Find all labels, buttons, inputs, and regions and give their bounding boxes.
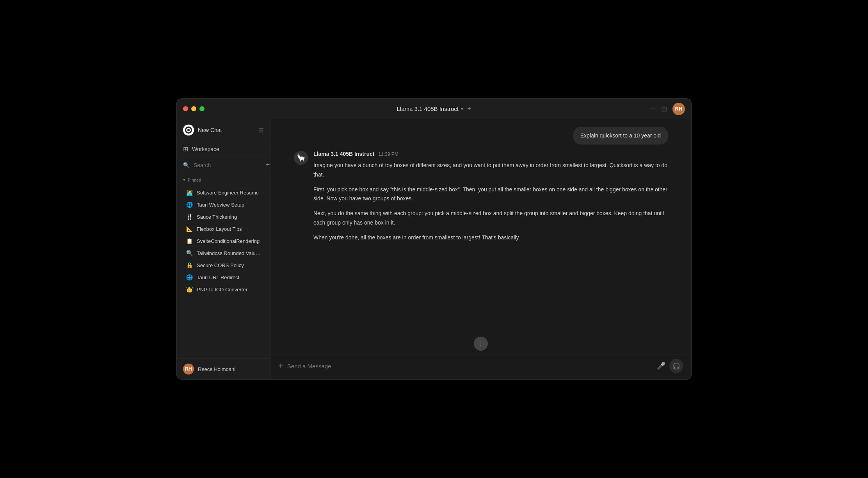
app-logo (183, 125, 194, 136)
item-icon-7: 🌐 (186, 274, 193, 280)
sidebar-items-list: 🧑‍💻 Software Engineer Resume 🌐 Tauri Web… (177, 185, 270, 358)
item-icon-2: 🍴 (186, 214, 193, 220)
chat-messages: Explain quicksort to a 10 year old 🦙 Lla… (270, 119, 691, 341)
input-bar: + 🎤 🎧 (270, 355, 691, 379)
user-footer-avatar: RH (183, 364, 194, 375)
microphone-icon[interactable]: 🎤 (657, 362, 665, 370)
ai-message-text: Imagine you have a bunch of toy boxes of… (313, 161, 668, 243)
ai-message-content: Llama 3.1 405B Instruct 11:39 PM Imagine… (313, 151, 668, 243)
pinned-label: Pinned (188, 178, 201, 182)
item-label-0: Software Engineer Resume (197, 190, 259, 196)
headphone-button[interactable]: 🎧 (669, 359, 683, 373)
search-bar: 🔍 + (177, 157, 270, 173)
item-label-4: SvelteConditionalRendering (197, 238, 260, 244)
attach-icon[interactable]: + (278, 361, 283, 371)
new-search-icon[interactable]: + (266, 161, 270, 169)
chat-area: Explain quicksort to a 10 year old 🦙 Lla… (270, 119, 691, 379)
workspace-label: Workspace (192, 146, 219, 152)
ai-para-0: Imagine you have a bunch of toy boxes of… (313, 161, 668, 180)
app-window: Llama 3.1 405B Instruct ▾ + ··· ⊟ RH New… (176, 98, 692, 380)
item-label-2: Sauce Thickening (197, 214, 237, 220)
user-message-wrap: Explain quicksort to a 10 year old (294, 127, 668, 144)
logo-inner (185, 127, 192, 134)
message-input[interactable] (287, 363, 653, 369)
ai-message-time: 11:39 PM (378, 152, 398, 157)
main-layout: New Chat ☰ ⊞ Workspace 🔍 + ▾ Pinned 🧑‍💻 (177, 119, 691, 379)
sidebar-header: New Chat ☰ (177, 119, 270, 141)
ai-para-2: Next, you do the same thing with each gr… (313, 209, 668, 228)
model-name-label: Llama 3.1 405B Instruct (397, 105, 459, 112)
user-name-label: Reece Holmdahl (198, 366, 235, 372)
item-label-8: PNG to ICO Converter (197, 287, 247, 293)
item-icon-6: 🔒 (186, 262, 193, 268)
ai-para-1: First, you pick one box and say "this is… (313, 185, 668, 204)
settings-icon[interactable]: ⊟ (661, 105, 667, 113)
item-label-1: Tauri Webview Setup (197, 202, 244, 208)
item-icon-1: 🌐 (186, 202, 193, 208)
ai-model-name: Llama 3.1 405B Instruct (313, 151, 374, 157)
workspace-item[interactable]: ⊞ Workspace (177, 141, 270, 157)
ai-avatar: 🦙 (294, 151, 308, 165)
ai-para-3: When you're done, all the boxes are in o… (313, 233, 668, 243)
item-icon-0: 🧑‍💻 (186, 189, 193, 196)
item-label-7: Tauri URL Redirect (197, 275, 239, 280)
model-dropdown-icon[interactable]: ▾ (461, 106, 463, 112)
traffic-lights (183, 106, 205, 111)
more-options-icon[interactable]: ··· (650, 105, 656, 113)
item-label-5: Tailwindcss Rounded Values (197, 250, 261, 256)
sidebar-item-flexbox[interactable]: 📐 Flexbox Layout Tips (180, 223, 267, 235)
item-icon-4: 📋 (186, 238, 193, 244)
titlebar: Llama 3.1 405B Instruct ▾ + ··· ⊟ RH (177, 99, 691, 119)
sidebar-item-tailwind[interactable]: 🔍 Tailwindcss Rounded Values (180, 247, 267, 259)
new-chat-icon[interactable]: + (467, 105, 471, 113)
sidebar-item-tauri-webview[interactable]: 🌐 Tauri Webview Setup (180, 199, 267, 210)
search-input[interactable] (194, 162, 262, 168)
item-icon-3: 📐 (186, 226, 193, 232)
new-chat-label[interactable]: New Chat (198, 127, 222, 133)
sidebar-item-png-ico[interactable]: 👑 PNG to ICO Converter (180, 284, 267, 295)
hamburger-icon[interactable]: ☰ (258, 127, 264, 134)
sidebar-item-svelte[interactable]: 📋 SvelteConditionalRendering (180, 235, 267, 247)
sidebar-item-tauri-url[interactable]: 🌐 Tauri URL Redirect (180, 271, 267, 283)
pinned-section-label: ▾ Pinned (177, 173, 270, 185)
ai-message: 🦙 Llama 3.1 405B Instruct 11:39 PM Imagi… (294, 151, 668, 243)
item-icon-8: 👑 (186, 286, 193, 293)
maximize-button[interactable] (199, 106, 205, 111)
pinned-chevron-icon: ▾ (183, 177, 185, 182)
sidebar-footer-user[interactable]: RH Reece Holmdahl (177, 358, 270, 379)
item-label-3: Flexbox Layout Tips (197, 226, 242, 232)
logo-row: New Chat (183, 125, 222, 136)
scroll-down-wrap: ↓ (270, 337, 691, 351)
ai-message-header: Llama 3.1 405B Instruct 11:39 PM (313, 151, 668, 157)
sidebar-item-software-engineer-resume[interactable]: 🧑‍💻 Software Engineer Resume (180, 187, 267, 198)
search-icon: 🔍 (183, 162, 190, 168)
close-button[interactable] (183, 106, 188, 111)
workspace-icon: ⊞ (183, 145, 188, 153)
titlebar-actions: ··· ⊟ RH (650, 103, 685, 115)
scroll-down-button[interactable]: ↓ (474, 337, 488, 351)
sidebar-item-cors[interactable]: 🔒 Secure CORS Policy (180, 259, 267, 271)
item-icon-5: 🔍 (186, 250, 193, 256)
sidebar: New Chat ☰ ⊞ Workspace 🔍 + ▾ Pinned 🧑‍💻 (177, 119, 270, 379)
minimize-button[interactable] (191, 106, 196, 111)
user-message-bubble: Explain quicksort to a 10 year old (573, 127, 668, 144)
sidebar-item-sauce-thickening[interactable]: 🍴 Sauce Thickening (180, 211, 267, 223)
titlebar-center: Llama 3.1 405B Instruct ▾ + (397, 105, 471, 113)
item-label-6: Secure CORS Policy (197, 262, 244, 268)
user-avatar-button[interactable]: RH (672, 103, 685, 115)
